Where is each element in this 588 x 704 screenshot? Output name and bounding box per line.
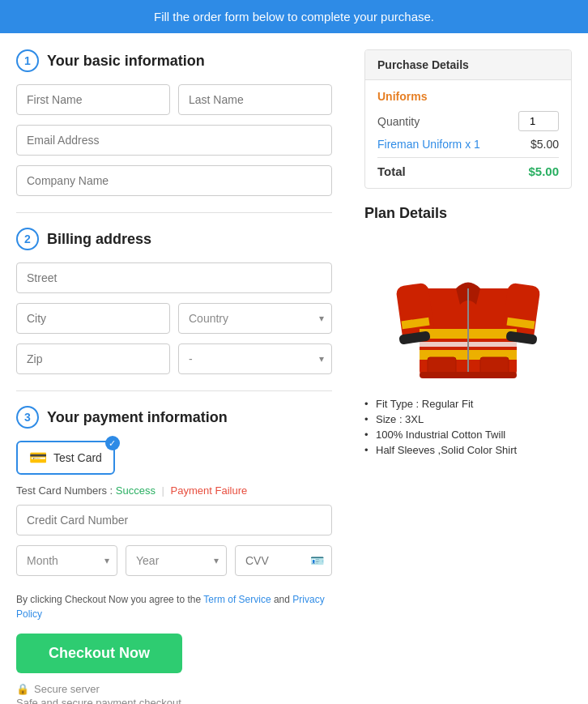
purchase-details-box: Purchase Details Uniforms Quantity Firem… [364, 49, 572, 189]
cvv-card-icon: 🪪 [310, 554, 324, 567]
year-select[interactable]: Year [126, 545, 227, 576]
email-row [16, 125, 332, 156]
credit-card-input[interactable] [16, 505, 332, 535]
year-field: Year ▾ [126, 545, 227, 576]
right-panel: Purchase Details Uniforms Quantity Firem… [356, 49, 572, 704]
item-row: Fireman Uniform x 1 $5.00 [377, 138, 559, 151]
section1-title-row: 1 Your basic information [16, 49, 332, 72]
total-row: Total $5.00 [377, 157, 559, 178]
secure-info: 🔒 Secure server Safe and secure payment … [16, 683, 332, 704]
quantity-label: Quantity [377, 115, 420, 128]
banner-text: Fill the order form below to complete yo… [154, 10, 434, 23]
company-input[interactable] [16, 165, 332, 196]
last-name-input[interactable] [178, 84, 332, 115]
lock-icon: 🔒 [16, 683, 29, 695]
card-label: Test Card [53, 451, 102, 464]
main-content: 1 Your basic information [0, 33, 588, 704]
payment-method: 💳 Test Card ✓ [16, 441, 332, 475]
separator: | [162, 484, 168, 497]
terms-text1: By clicking Checkout Now you agree to th… [16, 594, 203, 605]
success-link[interactable]: Success [116, 484, 156, 497]
city-field [16, 303, 170, 334]
last-name-field [178, 84, 332, 115]
left-panel: 1 Your basic information [16, 49, 356, 704]
month-field: Month ▾ [16, 545, 117, 576]
street-row [16, 262, 332, 293]
check-badge-icon: ✓ [105, 436, 120, 450]
section-payment: 3 Your payment information 💳 Test Card ✓… [16, 406, 332, 576]
secure-server-text: Secure server [34, 683, 100, 695]
test-card-info: Test Card Numbers : Success | Payment Fa… [16, 484, 332, 497]
plan-details-title: Plan Details [364, 205, 572, 222]
section2-title: Billing address [47, 231, 151, 248]
secure-payment-text: Safe and secure payment checkout. [16, 697, 184, 704]
feature-item: 100% Industrial Cotton Twill [364, 429, 572, 441]
name-row [16, 84, 332, 115]
first-name-input[interactable] [16, 84, 170, 115]
section2-title-row: 2 Billing address [16, 228, 332, 250]
cvv-field: 🪪 [235, 545, 332, 576]
state-select[interactable]: - [178, 343, 332, 374]
page-wrapper: Fill the order form below to complete yo… [0, 0, 588, 704]
zip-input[interactable] [16, 343, 170, 374]
company-row [16, 165, 332, 196]
zip-field [16, 343, 170, 374]
country-select[interactable]: Country [178, 303, 332, 334]
email-input[interactable] [16, 125, 332, 156]
item-link[interactable]: Fireman Uniform x 1 [377, 138, 480, 151]
terms-text2: and [271, 594, 293, 605]
item-price: $5.00 [530, 138, 559, 151]
street-field [16, 262, 332, 293]
country-field: Country ▾ [178, 303, 332, 334]
expiry-cvv-row: Month ▾ Year ▾ 🪪 [16, 545, 332, 576]
divider2 [16, 390, 332, 391]
purchase-details-body: Uniforms Quantity Fireman Uniform x 1 $5… [365, 80, 571, 188]
city-country-row: Country ▾ [16, 303, 332, 334]
section2-number: 2 [16, 228, 39, 250]
top-banner: Fill the order form below to complete yo… [0, 0, 588, 33]
terms-text: By clicking Checkout Now you agree to th… [16, 592, 332, 621]
zip-state-row: - ▾ [16, 343, 332, 374]
section-billing: 2 Billing address Country [16, 228, 332, 374]
credit-card-row [16, 505, 332, 535]
street-input[interactable] [16, 262, 332, 293]
feature-item: Size : 3XL [364, 413, 572, 425]
terms-of-service-link[interactable]: Term of Service [203, 594, 271, 605]
feature-item: Fit Type : Regular Fit [364, 398, 572, 410]
purchase-details-header: Purchase Details [365, 50, 571, 80]
section1-number: 1 [16, 49, 39, 72]
purchase-category: Uniforms [377, 90, 559, 103]
product-image [395, 232, 541, 386]
secure-server-row: 🔒 Secure server [16, 683, 332, 695]
quantity-row: Quantity [377, 111, 559, 131]
failure-link[interactable]: Payment Failure [171, 484, 248, 497]
city-input[interactable] [16, 303, 170, 334]
secure-payment-row: Safe and secure payment checkout. [16, 697, 332, 704]
first-name-field [16, 84, 170, 115]
total-amount: $5.00 [528, 164, 559, 178]
svg-rect-13 [420, 372, 517, 378]
divider1 [16, 212, 332, 213]
plan-details-section: Plan Details [364, 205, 572, 456]
credit-card-icon: 💳 [29, 449, 47, 467]
product-features: Fit Type : Regular FitSize : 3XL100% Ind… [364, 398, 572, 456]
email-field [16, 125, 332, 156]
section-basic-info: 1 Your basic information [16, 49, 332, 196]
feature-item: Half Sleeves ,Solid Color Shirt [364, 444, 572, 456]
quantity-input[interactable] [518, 111, 559, 131]
company-field [16, 165, 332, 196]
test-card-text: Test Card Numbers : [16, 484, 113, 497]
section3-number: 3 [16, 406, 39, 429]
section1-title: Your basic information [47, 53, 205, 70]
card-option[interactable]: 💳 Test Card ✓ [16, 441, 115, 475]
total-label: Total [377, 164, 406, 178]
section3-title: Your payment information [47, 409, 228, 426]
checkout-button[interactable]: Checkout Now [16, 634, 182, 673]
state-field: - ▾ [178, 343, 332, 374]
month-select[interactable]: Month [16, 545, 117, 576]
product-image-container [364, 232, 572, 386]
credit-card-field [16, 505, 332, 535]
section3-title-row: 3 Your payment information [16, 406, 332, 429]
